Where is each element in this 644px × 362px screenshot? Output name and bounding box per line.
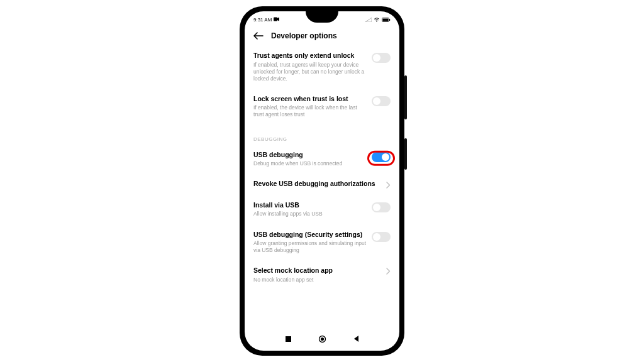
row-revoke-usb-auth[interactable]: Revoke USB debugging authorizations xyxy=(253,173,391,195)
svg-rect-3 xyxy=(389,19,390,21)
row-title: USB debugging xyxy=(253,151,367,160)
back-arrow-icon[interactable] xyxy=(253,32,264,40)
toggle-usb-debugging-security[interactable] xyxy=(372,232,391,242)
battery-icon xyxy=(382,18,391,22)
row-usb-debugging-security[interactable]: USB debugging (Security settings) Allow … xyxy=(253,224,391,261)
section-header-debugging: DEBUGGING xyxy=(253,125,391,145)
phone-screen: 9:31 AM Developer optio xyxy=(245,11,399,351)
toggle-lock-trust-lost[interactable] xyxy=(372,96,391,106)
row-title: Lock screen when trust is lost xyxy=(253,95,367,104)
row-title: Trust agents only extend unlock xyxy=(253,52,367,60)
svg-point-7 xyxy=(320,337,323,340)
row-title: Revoke USB debugging authorizations xyxy=(253,180,381,189)
row-subtitle: If enabled, trust agents will keep your … xyxy=(253,62,367,82)
row-install-via-usb[interactable]: Install via USB Allow installing apps vi… xyxy=(253,195,391,224)
chevron-right-icon xyxy=(386,268,391,275)
chevron-right-icon xyxy=(386,182,391,189)
svg-point-1 xyxy=(376,20,377,21)
row-title: USB debugging (Security settings) xyxy=(253,231,367,239)
status-time: 9:31 AM xyxy=(253,17,272,23)
row-title: Install via USB xyxy=(253,201,367,210)
nav-back-icon[interactable] xyxy=(353,335,360,343)
row-subtitle: No mock location app set xyxy=(253,277,381,283)
row-lock-screen-trust-lost[interactable]: Lock screen when trust is lost If enable… xyxy=(253,89,391,125)
toggle-usb-debugging[interactable] xyxy=(372,152,391,162)
power-button[interactable] xyxy=(404,138,407,170)
settings-list[interactable]: Trust agents only extend unlock If enabl… xyxy=(245,45,399,290)
row-title: Select mock location app xyxy=(253,266,381,275)
svg-rect-5 xyxy=(286,336,291,342)
wifi-icon xyxy=(374,18,380,22)
svg-rect-0 xyxy=(274,17,277,21)
nav-home-icon[interactable] xyxy=(318,335,326,343)
navigation-bar xyxy=(245,329,399,348)
app-bar: Developer options xyxy=(245,25,399,45)
row-select-mock-location[interactable]: Select mock location app No mock locatio… xyxy=(253,260,391,290)
page-title: Developer options xyxy=(271,31,337,40)
signal-icon xyxy=(365,18,372,22)
row-subtitle: Allow granting permissions and simulatin… xyxy=(253,240,367,254)
row-usb-debugging[interactable]: USB debugging Debug mode when USB is con… xyxy=(253,145,391,174)
nav-recent-icon[interactable] xyxy=(285,336,292,343)
volume-button[interactable] xyxy=(404,75,407,119)
row-subtitle: If enabled, the device will lock when th… xyxy=(253,104,367,118)
toggle-install-via-usb[interactable] xyxy=(372,202,391,212)
row-subtitle: Allow installing apps via USB xyxy=(253,211,367,217)
toggle-trust-agents[interactable] xyxy=(372,53,391,63)
svg-rect-4 xyxy=(383,18,389,21)
row-subtitle: Debug mode when USB is connected xyxy=(253,160,367,167)
phone-frame: 9:31 AM Developer optio xyxy=(240,6,404,356)
video-icon xyxy=(274,17,280,23)
row-trust-agents-extend-unlock[interactable]: Trust agents only extend unlock If enabl… xyxy=(253,45,391,89)
